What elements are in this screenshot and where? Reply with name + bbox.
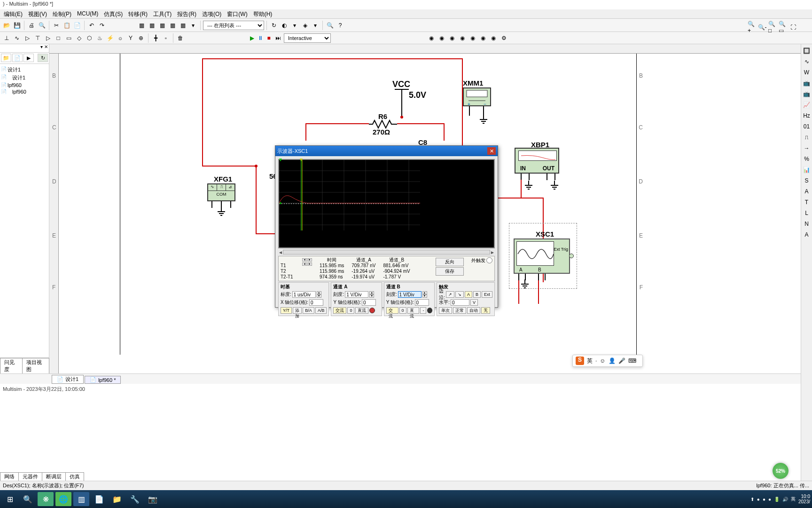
inst-bode-icon[interactable]: 📈 <box>802 100 812 110</box>
zero-button[interactable]: 0 <box>399 307 406 314</box>
chb-scale-input[interactable] <box>398 291 422 298</box>
find-icon[interactable]: 🔍 <box>325 21 335 30</box>
resistor-r6[interactable] <box>369 119 397 129</box>
panel-menu-icon[interactable]: ▾ ✕ <box>40 44 48 52</box>
redo-icon[interactable]: ↷ <box>97 21 107 30</box>
grid4-icon[interactable]: ▦ <box>168 21 177 30</box>
none-button[interactable]: 无 <box>481 307 490 314</box>
reverse-button[interactable]: 反向 <box>436 258 464 266</box>
inst-scope-icon[interactable]: 📺 <box>802 79 812 88</box>
edge-rise-button[interactable]: ↗ <box>446 291 454 298</box>
notepad-icon[interactable]: 📄 <box>91 492 107 506</box>
inst-multimeter-icon[interactable]: 🔲 <box>802 46 812 56</box>
sim-stop-icon[interactable]: ■ <box>265 34 273 42</box>
cursor-left-icon[interactable]: ◄ <box>302 262 307 266</box>
ime-toolbar[interactable]: S 英 · ☺ 👤 🎤 ⌨ <box>572 355 643 367</box>
trig-level-input[interactable] <box>451 299 469 306</box>
cursor-right-icon[interactable]: ► <box>307 262 312 266</box>
help-icon[interactable]: ? <box>336 21 345 30</box>
ba-button[interactable]: B/A <box>303 307 314 314</box>
tab-sim-icon[interactable]: ▶ <box>23 54 34 62</box>
tab-refresh-icon[interactable]: ↻ <box>38 54 48 62</box>
schematic-canvas[interactable]: B C D E F VCC 5.0V R6 270Ω <box>59 54 812 373</box>
sim-pause-icon[interactable]: ⏸ <box>257 34 264 42</box>
ac-button[interactable]: 交流 <box>386 307 398 314</box>
probe4-icon[interactable]: ◉ <box>458 33 467 43</box>
comp-em-icon[interactable]: ⊕ <box>136 33 146 43</box>
inst-logic-icon[interactable]: ⎍ <box>802 133 812 142</box>
edge-ext-button[interactable]: Ext <box>482 291 492 298</box>
tree-item[interactable]: lpf960 <box>2 82 47 88</box>
copy-icon[interactable]: 📋 <box>62 21 71 30</box>
browser-icon[interactable]: 🌐 <box>55 492 71 506</box>
timebase-scale-input[interactable] <box>292 291 316 298</box>
ime-emoji-icon[interactable]: ☺ <box>600 357 605 364</box>
capture-icon[interactable]: 📷 <box>145 492 161 506</box>
edge-a-button[interactable]: A <box>465 291 472 298</box>
ime-mic-icon[interactable]: 🎤 <box>618 357 625 364</box>
rotate-icon[interactable]: ↻ <box>269 21 279 30</box>
print-icon[interactable]: 🖨 <box>27 21 36 30</box>
chb-color-icon[interactable] <box>427 308 432 313</box>
inst-elvis-icon[interactable]: N <box>802 219 812 229</box>
minus-button[interactable]: - <box>420 307 426 314</box>
cha-scale-input[interactable] <box>345 291 368 298</box>
ext-trig-radio[interactable] <box>486 257 492 263</box>
menu-sim[interactable]: 仿真(S) <box>104 10 123 17</box>
timebase-xoff-input[interactable] <box>309 299 323 306</box>
paste-icon[interactable]: 📄 <box>72 21 82 30</box>
comp-analog-icon[interactable]: ▷ <box>43 33 53 43</box>
sim-play-icon[interactable]: ▶ <box>248 34 256 42</box>
comp-mixed-icon[interactable]: ⬡ <box>85 33 94 43</box>
grid3-icon[interactable]: ▦ <box>157 21 167 30</box>
inst-dist-icon[interactable]: % <box>802 154 812 164</box>
search-icon[interactable]: 🔍 <box>20 492 36 506</box>
spin-up-icon[interactable]: ▲ <box>422 291 427 294</box>
probe7-icon[interactable]: ◉ <box>489 33 498 43</box>
bottom-tab[interactable]: 仿真 <box>65 472 84 481</box>
menu-report[interactable]: 报告(R) <box>177 10 196 17</box>
bottom-tab[interactable]: 元器件 <box>18 472 42 481</box>
add-button[interactable]: 添加 <box>293 307 302 314</box>
ime-keyboard-icon[interactable]: ⌨ <box>628 357 636 364</box>
copilot-icon[interactable]: ❋ <box>38 492 54 506</box>
menu-edit[interactable]: 编辑(E) <box>4 10 23 17</box>
dc-button[interactable]: 直流 <box>355 307 368 314</box>
save-icon[interactable]: 💾 <box>12 21 22 30</box>
tool2-icon[interactable]: ◐ <box>280 21 289 30</box>
spin-down-icon[interactable]: ▼ <box>369 294 374 298</box>
inst-lab-icon[interactable]: L <box>802 208 812 218</box>
file-tab[interactable]: 📄设计1 <box>52 375 84 384</box>
battery-widget[interactable]: 52% <box>773 463 789 479</box>
yt-button[interactable]: Y/T <box>281 307 292 314</box>
inst-4ch-icon[interactable]: 📺 <box>802 89 812 99</box>
tab-hierarchy-icon[interactable]: 📁 <box>1 54 11 62</box>
sim-step-icon[interactable]: ⏭ <box>273 33 283 43</box>
comp-cmos-icon[interactable]: ▭ <box>64 33 73 43</box>
spin-up-icon[interactable]: ▲ <box>317 291 321 294</box>
edge-fall-button[interactable]: ↘ <box>455 291 464 298</box>
comp-place-icon[interactable]: ▫ <box>161 33 171 43</box>
probe8-icon[interactable]: ⚙ <box>499 33 508 43</box>
inst-word-icon[interactable]: 01 <box>802 122 812 131</box>
menu-window[interactable]: 窗口(W) <box>227 10 247 17</box>
comp-trans-icon[interactable]: ⊤ <box>33 33 42 43</box>
ime-lang[interactable]: 英 <box>587 357 593 365</box>
menu-help[interactable]: 帮助(H) <box>253 10 273 17</box>
tool3-icon[interactable]: ▾ <box>290 21 299 30</box>
systray[interactable]: ⬆ ● ● ● 🔋 🔊 英 10:0 2023/ <box>750 494 810 504</box>
clock-date[interactable]: 2023/ <box>798 499 810 504</box>
spin-down-icon[interactable]: ▼ <box>317 294 321 298</box>
tray-icon[interactable]: ● <box>768 497 771 502</box>
design-tree[interactable]: 设计1 设计1 lpf960 lpf960 <box>0 64 49 357</box>
tray-icon[interactable]: ● <box>763 497 765 502</box>
inst-tek-icon[interactable]: T <box>802 198 812 207</box>
comp-power-icon[interactable]: ⚡ <box>105 33 115 43</box>
tree-item[interactable]: 设计1 <box>2 74 47 82</box>
menu-mcu[interactable]: MCU(M) <box>77 10 98 17</box>
bottom-tab[interactable]: 断调层 <box>42 472 66 481</box>
inst-conv-icon[interactable]: → <box>802 143 812 153</box>
comp-diode-icon[interactable]: ▷ <box>23 33 32 43</box>
comp-ind-icon[interactable]: ♨ <box>95 33 104 43</box>
tray-icon[interactable]: ⬆ <box>750 497 754 502</box>
